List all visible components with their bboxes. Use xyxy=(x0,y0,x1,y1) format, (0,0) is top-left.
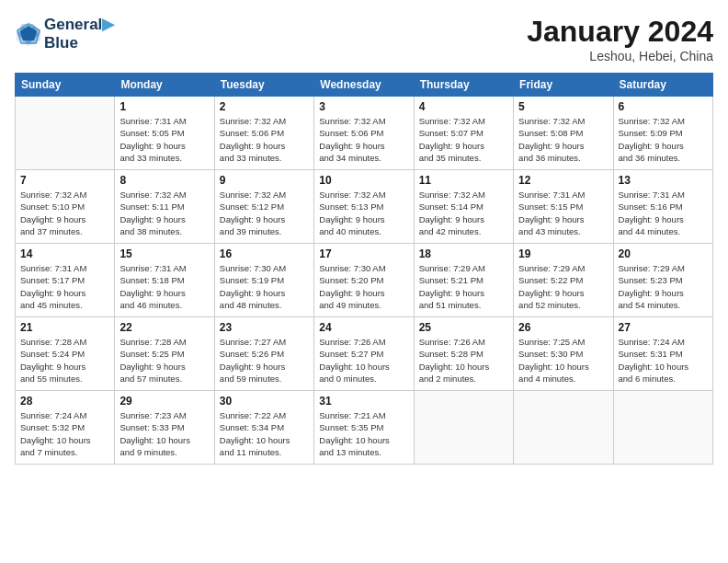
day-info: Sunrise: 7:30 AM Sunset: 5:20 PM Dayligh… xyxy=(319,262,408,311)
calendar-cell: 29Sunrise: 7:23 AM Sunset: 5:33 PM Dayli… xyxy=(115,391,214,465)
day-info: Sunrise: 7:23 AM Sunset: 5:33 PM Dayligh… xyxy=(119,409,209,458)
calendar-cell: 17Sunrise: 7:30 AM Sunset: 5:20 PM Dayli… xyxy=(314,244,414,317)
calendar-cell: 11Sunrise: 7:32 AM Sunset: 5:14 PM Dayli… xyxy=(414,170,513,244)
day-info: Sunrise: 7:26 AM Sunset: 5:28 PM Dayligh… xyxy=(419,336,508,385)
day-number: 18 xyxy=(419,247,508,260)
calendar-cell: 15Sunrise: 7:31 AM Sunset: 5:18 PM Dayli… xyxy=(115,244,214,317)
calendar-cell xyxy=(514,391,613,465)
calendar-cell: 5Sunrise: 7:32 AM Sunset: 5:08 PM Daylig… xyxy=(514,97,613,170)
day-info: Sunrise: 7:22 AM Sunset: 5:34 PM Dayligh… xyxy=(220,409,309,458)
calendar-week-2: 7Sunrise: 7:32 AM Sunset: 5:10 PM Daylig… xyxy=(16,170,713,244)
col-sunday: Sunday xyxy=(16,74,115,97)
calendar-cell: 9Sunrise: 7:32 AM Sunset: 5:12 PM Daylig… xyxy=(214,170,313,244)
day-number: 22 xyxy=(119,321,209,334)
day-info: Sunrise: 7:29 AM Sunset: 5:22 PM Dayligh… xyxy=(518,262,608,311)
calendar-cell xyxy=(613,391,712,465)
day-number: 4 xyxy=(419,100,508,113)
page: General▶ Blue January 2024 Leshou, Hebei… xyxy=(0,0,728,563)
calendar-week-1: 1Sunrise: 7:31 AM Sunset: 5:05 PM Daylig… xyxy=(16,97,713,170)
calendar-cell: 10Sunrise: 7:32 AM Sunset: 5:13 PM Dayli… xyxy=(314,170,414,244)
day-number: 15 xyxy=(119,247,209,260)
calendar-week-3: 14Sunrise: 7:31 AM Sunset: 5:17 PM Dayli… xyxy=(16,244,713,317)
calendar-cell: 27Sunrise: 7:24 AM Sunset: 5:31 PM Dayli… xyxy=(613,317,712,391)
day-number: 12 xyxy=(518,174,608,187)
day-number: 28 xyxy=(20,395,109,408)
day-info: Sunrise: 7:28 AM Sunset: 5:25 PM Dayligh… xyxy=(119,336,209,385)
calendar-cell: 30Sunrise: 7:22 AM Sunset: 5:34 PM Dayli… xyxy=(214,391,313,465)
day-number: 31 xyxy=(319,395,408,408)
calendar-cell: 1Sunrise: 7:31 AM Sunset: 5:05 PM Daylig… xyxy=(115,97,214,170)
calendar-cell: 28Sunrise: 7:24 AM Sunset: 5:32 PM Dayli… xyxy=(16,391,115,465)
day-info: Sunrise: 7:25 AM Sunset: 5:30 PM Dayligh… xyxy=(518,336,608,385)
calendar-cell xyxy=(414,391,513,465)
day-number: 29 xyxy=(119,395,209,408)
col-wednesday: Wednesday xyxy=(314,74,414,97)
day-number: 3 xyxy=(319,100,408,113)
day-info: Sunrise: 7:31 AM Sunset: 5:16 PM Dayligh… xyxy=(619,189,708,237)
day-info: Sunrise: 7:31 AM Sunset: 5:05 PM Dayligh… xyxy=(119,115,209,164)
day-number: 16 xyxy=(220,247,309,260)
col-saturday: Saturday xyxy=(613,74,712,97)
calendar-cell: 24Sunrise: 7:26 AM Sunset: 5:27 PM Dayli… xyxy=(314,317,414,391)
calendar-cell: 21Sunrise: 7:28 AM Sunset: 5:24 PM Dayli… xyxy=(16,317,115,391)
day-number: 1 xyxy=(119,100,209,113)
day-number: 13 xyxy=(619,174,708,187)
day-number: 7 xyxy=(20,174,109,187)
calendar-cell: 2Sunrise: 7:32 AM Sunset: 5:06 PM Daylig… xyxy=(214,97,313,170)
day-info: Sunrise: 7:30 AM Sunset: 5:19 PM Dayligh… xyxy=(220,262,309,311)
day-info: Sunrise: 7:29 AM Sunset: 5:21 PM Dayligh… xyxy=(419,262,508,311)
day-info: Sunrise: 7:31 AM Sunset: 5:15 PM Dayligh… xyxy=(518,189,608,237)
calendar-cell: 22Sunrise: 7:28 AM Sunset: 5:25 PM Dayli… xyxy=(115,317,214,391)
day-info: Sunrise: 7:32 AM Sunset: 5:14 PM Dayligh… xyxy=(419,189,508,237)
calendar-cell: 8Sunrise: 7:32 AM Sunset: 5:11 PM Daylig… xyxy=(115,170,214,244)
header: General▶ Blue January 2024 Leshou, Hebei… xyxy=(15,15,713,63)
calendar-cell: 19Sunrise: 7:29 AM Sunset: 5:22 PM Dayli… xyxy=(514,244,613,317)
day-number: 9 xyxy=(220,174,309,187)
day-info: Sunrise: 7:32 AM Sunset: 5:06 PM Dayligh… xyxy=(319,115,408,164)
day-number: 24 xyxy=(319,321,408,334)
calendar-cell xyxy=(16,97,115,170)
day-info: Sunrise: 7:32 AM Sunset: 5:08 PM Dayligh… xyxy=(518,115,608,164)
day-number: 20 xyxy=(619,247,708,260)
day-number: 6 xyxy=(619,100,708,113)
day-number: 10 xyxy=(319,174,408,187)
day-info: Sunrise: 7:32 AM Sunset: 5:12 PM Dayligh… xyxy=(220,189,309,237)
day-info: Sunrise: 7:29 AM Sunset: 5:23 PM Dayligh… xyxy=(619,262,708,311)
calendar-cell: 23Sunrise: 7:27 AM Sunset: 5:26 PM Dayli… xyxy=(214,317,313,391)
day-info: Sunrise: 7:24 AM Sunset: 5:32 PM Dayligh… xyxy=(20,409,109,458)
day-number: 27 xyxy=(619,321,708,334)
day-info: Sunrise: 7:26 AM Sunset: 5:27 PM Dayligh… xyxy=(319,336,408,385)
day-number: 25 xyxy=(419,321,508,334)
col-friday: Friday xyxy=(514,74,613,97)
day-info: Sunrise: 7:21 AM Sunset: 5:35 PM Dayligh… xyxy=(319,409,408,458)
day-info: Sunrise: 7:31 AM Sunset: 5:18 PM Dayligh… xyxy=(119,262,209,311)
day-info: Sunrise: 7:32 AM Sunset: 5:09 PM Dayligh… xyxy=(619,115,708,164)
calendar-cell: 18Sunrise: 7:29 AM Sunset: 5:21 PM Dayli… xyxy=(414,244,513,317)
day-info: Sunrise: 7:28 AM Sunset: 5:24 PM Dayligh… xyxy=(20,336,109,385)
calendar-week-4: 21Sunrise: 7:28 AM Sunset: 5:24 PM Dayli… xyxy=(16,317,713,391)
day-info: Sunrise: 7:32 AM Sunset: 5:13 PM Dayligh… xyxy=(319,189,408,237)
day-number: 11 xyxy=(419,174,508,187)
calendar-cell: 16Sunrise: 7:30 AM Sunset: 5:19 PM Dayli… xyxy=(214,244,313,317)
calendar-header-row: Sunday Monday Tuesday Wednesday Thursday… xyxy=(16,74,713,97)
calendar-cell: 13Sunrise: 7:31 AM Sunset: 5:16 PM Dayli… xyxy=(613,170,712,244)
day-info: Sunrise: 7:32 AM Sunset: 5:10 PM Dayligh… xyxy=(20,189,109,237)
day-number: 19 xyxy=(518,247,608,260)
calendar-cell: 20Sunrise: 7:29 AM Sunset: 5:23 PM Dayli… xyxy=(613,244,712,317)
calendar-table: Sunday Monday Tuesday Wednesday Thursday… xyxy=(15,73,713,465)
day-info: Sunrise: 7:32 AM Sunset: 5:06 PM Dayligh… xyxy=(220,115,309,164)
day-info: Sunrise: 7:32 AM Sunset: 5:07 PM Dayligh… xyxy=(419,115,508,164)
day-number: 17 xyxy=(319,247,408,260)
col-monday: Monday xyxy=(115,74,214,97)
day-info: Sunrise: 7:31 AM Sunset: 5:17 PM Dayligh… xyxy=(20,262,109,311)
calendar-cell: 12Sunrise: 7:31 AM Sunset: 5:15 PM Dayli… xyxy=(514,170,613,244)
col-thursday: Thursday xyxy=(414,74,513,97)
day-number: 21 xyxy=(20,321,109,334)
month-title: January 2024 xyxy=(527,15,713,49)
calendar-cell: 4Sunrise: 7:32 AM Sunset: 5:07 PM Daylig… xyxy=(414,97,513,170)
calendar-week-5: 28Sunrise: 7:24 AM Sunset: 5:32 PM Dayli… xyxy=(16,391,713,465)
calendar-cell: 31Sunrise: 7:21 AM Sunset: 5:35 PM Dayli… xyxy=(314,391,414,465)
logo-text: General▶ Blue xyxy=(44,15,114,52)
day-number: 14 xyxy=(20,247,109,260)
logo-icon xyxy=(15,20,42,48)
